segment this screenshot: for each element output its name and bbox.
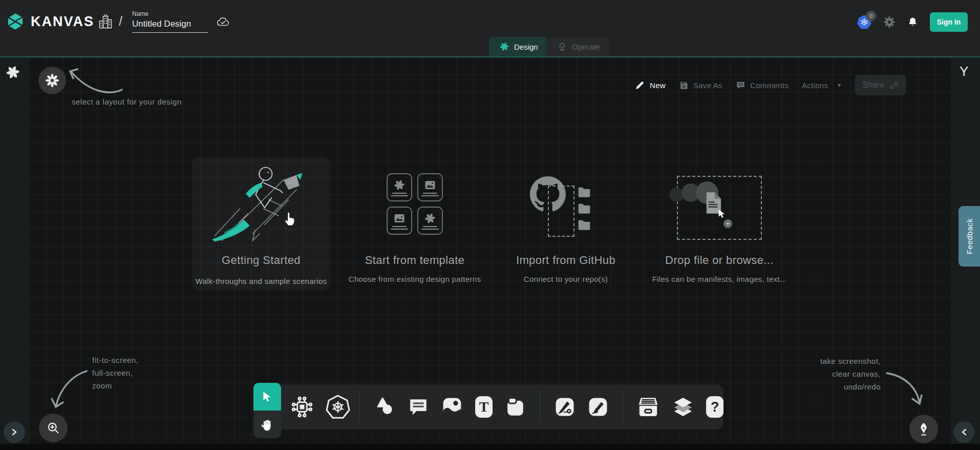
zoom-button[interactable] [39, 414, 68, 442]
share-label: Share [862, 80, 884, 90]
pencil-icon [635, 80, 645, 90]
header: KANVAS / Name Design Operate [0, 0, 980, 56]
comments-label: Comments [750, 81, 789, 90]
kubernetes-status-icon[interactable]: 0 [857, 14, 872, 30]
pen-y-icon[interactable]: Y [960, 64, 968, 79]
brand-name: KANVAS [31, 14, 94, 30]
share-link-icon [889, 80, 899, 90]
actions-dropdown[interactable]: Actions ▼ [802, 81, 842, 90]
getting-started-card[interactable]: Getting Started Walk-throughs and sample… [192, 157, 330, 290]
screenshot-hint-arrow [882, 367, 930, 413]
sticky-note-tool-button[interactable] [504, 396, 526, 418]
comment-tool-button[interactable] [408, 396, 429, 418]
card-title: Getting Started [192, 254, 330, 267]
feedback-tab[interactable]: Feedback [958, 206, 980, 267]
github-octocat-icon [530, 176, 566, 212]
settings-gear-icon[interactable] [883, 16, 896, 28]
archive-drawer-button[interactable] [636, 395, 660, 419]
folder-icon [577, 186, 592, 199]
expand-right-panel-button[interactable] [953, 421, 975, 443]
new-label: New [650, 81, 666, 90]
layout-picker-button[interactable] [38, 67, 66, 94]
start-from-template-card[interactable]: Start from template Choose from existing… [340, 157, 489, 290]
hint-line: fit-to-screen, [92, 354, 138, 366]
tab-design-label: Design [514, 43, 538, 51]
breadcrumb-separator: / [119, 13, 122, 29]
bottom-toolbar: T ? [281, 384, 723, 429]
notifications-bell-icon[interactable] [907, 16, 919, 28]
toolbar-separator [359, 391, 359, 423]
hint-line: full-screen, [92, 366, 138, 379]
layers-button[interactable] [672, 396, 694, 418]
pen-tool-button[interactable] [554, 396, 576, 418]
add-file-plus-icon: + [723, 219, 732, 228]
help-button[interactable]: ? [706, 396, 723, 418]
select-tool-button[interactable] [253, 383, 281, 411]
drop-file-card[interactable]: + Drop file or browse... Files can be ma… [643, 157, 796, 290]
hint-line: undo/redo [789, 380, 881, 393]
folder-icon [577, 202, 592, 215]
node-graph-tool-button[interactable] [290, 395, 314, 419]
sign-in-button[interactable]: Sign In [930, 12, 968, 32]
comments-button[interactable]: Comments [736, 80, 789, 90]
hint-line: clear canvas, [789, 367, 881, 380]
screenshot-hint-text: take screenshot, clear canvas, undo/redo [789, 355, 881, 393]
repo-folders [577, 186, 592, 232]
card-subtitle: Files can be manifests, images, text... [643, 275, 796, 283]
name-label: Name [132, 10, 208, 17]
design-name-group: Name [132, 10, 208, 33]
card-title: Drop file or browse... [643, 254, 796, 267]
card-subtitle: Connect to your repo(s) [492, 275, 640, 283]
toolbar-separator [540, 391, 540, 423]
design-pinwheel-icon [499, 42, 509, 52]
chevron-down-icon: ▼ [837, 83, 842, 88]
toolbar-separator [623, 391, 623, 423]
template-tile [417, 207, 443, 235]
drop-cursor-icon [716, 208, 728, 219]
operate-headset-icon [557, 42, 567, 52]
kubernetes-tool-button[interactable] [326, 395, 345, 419]
organization-icon[interactable] [97, 13, 114, 30]
pointer-tool-group [253, 383, 281, 438]
hint-line: zoom [92, 379, 138, 392]
actions-label: Actions [802, 81, 828, 90]
text-tool-button[interactable]: T [475, 396, 493, 418]
design-name-input[interactable] [132, 17, 208, 33]
sidebar-pinwheel-icon[interactable] [5, 65, 20, 80]
rocket-illustration [203, 161, 321, 246]
comment-icon [736, 80, 745, 90]
brand[interactable]: KANVAS [5, 11, 94, 32]
shapes-tool-button[interactable] [373, 396, 396, 418]
canvas-toolbar: New Save As Comments Actions ▼ Share [635, 75, 906, 95]
layout-hint-text: select a layout for your design [72, 95, 182, 108]
kanvas-logo-icon [5, 11, 26, 32]
pan-hand-tool-button[interactable] [253, 411, 281, 438]
template-tiles [387, 173, 443, 235]
import-from-github-card[interactable]: Import from GitHub Connect to your repo(… [492, 157, 640, 290]
card-subtitle: Choose from existing design patterns [340, 275, 489, 283]
bottom-edge [0, 444, 980, 450]
template-tile [387, 173, 412, 201]
left-sidebar-strip [0, 57, 29, 444]
zoom-hint-arrow [49, 367, 92, 414]
new-button[interactable]: New [635, 80, 666, 90]
floppy-icon [679, 80, 689, 90]
template-tile [417, 173, 443, 201]
card-subtitle: Walk-throughs and sample scenarios [192, 277, 330, 285]
save-as-label: Save As [693, 81, 722, 90]
tab-operate[interactable]: Operate [547, 37, 610, 56]
folder-icon [577, 218, 592, 232]
pencil-tool-button[interactable] [587, 396, 609, 418]
share-button[interactable]: Share [855, 75, 906, 95]
hint-line: take screenshot, [789, 355, 881, 367]
header-actions: 0 Sign In [857, 12, 968, 32]
tab-design[interactable]: Design [489, 37, 548, 56]
template-tile [387, 207, 412, 235]
zoom-hint-text: fit-to-screen, full-screen, zoom [92, 354, 138, 392]
kanvas-app: KANVAS / Name Design Operate [0, 0, 980, 450]
layout-hint-arrow [66, 59, 124, 97]
save-as-button[interactable]: Save As [679, 80, 722, 90]
image-tool-button[interactable] [441, 396, 463, 418]
pen-actions-button[interactable] [909, 415, 938, 443]
expand-left-panel-button[interactable] [4, 421, 25, 443]
